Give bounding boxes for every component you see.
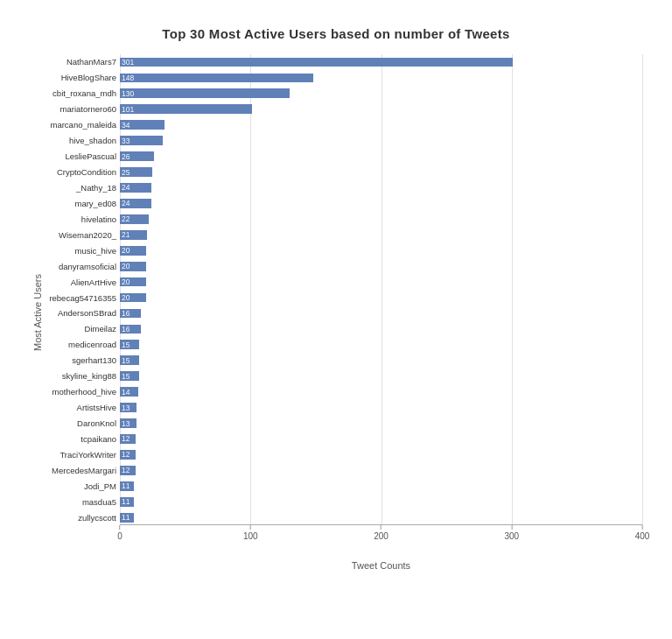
bar-fill: 20	[120, 262, 146, 271]
bar-row: tcpaikano12	[46, 432, 642, 447]
bar-row: medicenroad15	[46, 337, 642, 353]
bar-fill: 34	[120, 120, 164, 130]
bar-fill: 15	[120, 340, 139, 349]
bar-label: DaronKnol	[46, 418, 120, 428]
bar-label: danyramsoficial	[46, 262, 120, 271]
bar-row: sgerhart13015	[46, 353, 642, 369]
bar-label: medicenroad	[46, 340, 120, 349]
bar-label: hivelatino	[46, 214, 120, 224]
bar-track: 101	[120, 104, 642, 114]
bar-label: Jodi_PM	[46, 481, 120, 491]
bar-row: rebecag5471635520	[46, 290, 642, 305]
bar-value: 25	[120, 168, 130, 177]
bar-track: 26	[120, 151, 642, 161]
bar-value: 11	[120, 513, 130, 522]
bar-value: 22	[120, 214, 130, 223]
bar-label: Wiseman2020_	[46, 230, 120, 240]
x-tick-line	[642, 525, 643, 530]
bar-row: LesliePascual26	[46, 149, 642, 165]
x-tick-line	[120, 525, 121, 530]
bar-value: 20	[120, 277, 130, 286]
bar-row: mary_ed0824	[46, 195, 642, 211]
bar-row: MercedesMargari12	[46, 462, 642, 478]
bar-value: 20	[120, 246, 130, 255]
bar-label: motherhood_hive	[46, 387, 120, 397]
bar-row: DaronKnol13	[46, 416, 642, 432]
bar-label: music_hive	[46, 246, 120, 256]
bar-track: 15	[120, 355, 642, 365]
bar-track: 22	[120, 214, 642, 224]
bar-label: masdua5	[46, 497, 120, 507]
bar-row: motherhood_hive14	[46, 384, 642, 400]
bar-fill: 101	[120, 104, 252, 114]
bar-track: 20	[120, 262, 642, 271]
bar-row: CryptoCondition25	[46, 165, 642, 180]
bar-track: 12	[120, 450, 642, 460]
bar-track: 24	[120, 183, 642, 193]
bar-row: marcano_maleida34	[46, 117, 642, 133]
bar-row: ArtistsHive13	[46, 400, 642, 416]
bar-row: Jodi_PM11	[46, 478, 642, 494]
bar-value: 148	[120, 74, 134, 82]
bar-row: Wiseman2020_21	[46, 227, 642, 242]
bar-row: HiveBlogShare148	[46, 70, 642, 86]
bar-row: _Nathy_1824	[46, 180, 642, 196]
bar-fill: 148	[120, 74, 313, 83]
chart-inner: NathanMars7301HiveBlogShare148cbit_roxan…	[46, 54, 642, 571]
bar-fill: 12	[120, 466, 136, 475]
bar-track: 13	[120, 403, 642, 412]
bar-track: 21	[120, 230, 642, 240]
bar-fill: 20	[120, 246, 146, 256]
x-tick-label: 400	[635, 531, 650, 541]
bar-fill: 24	[120, 199, 151, 208]
x-tick: 300	[504, 525, 519, 541]
bar-row: skyline_king8815	[46, 369, 642, 384]
bar-value: 20	[120, 293, 130, 302]
chart-title: Top 30 Most Active Users based on number…	[30, 26, 642, 41]
bar-fill: 24	[120, 183, 151, 193]
bar-fill: 25	[120, 167, 152, 177]
grid-and-bars: NathanMars7301HiveBlogShare148cbit_roxan…	[46, 54, 642, 525]
bar-track: 20	[120, 246, 642, 256]
chart-area: Most Active Users NathanMars7301HiveBlog…	[30, 54, 642, 571]
bar-value: 11	[120, 497, 130, 506]
bar-track: 20	[120, 293, 642, 303]
bar-row: NathanMars7301	[46, 54, 642, 70]
bar-label: tcpaikano	[46, 434, 120, 444]
bar-value: 12	[120, 466, 130, 474]
bar-label: CryptoCondition	[46, 167, 120, 177]
bar-fill: 11	[120, 481, 134, 491]
bar-track: 16	[120, 309, 642, 319]
x-tick-line	[250, 525, 251, 530]
bar-label: Dimeilaz	[46, 324, 120, 334]
bar-label: MercedesMargari	[46, 466, 120, 475]
bar-value: 12	[120, 434, 130, 443]
bar-label: marcano_maleida	[46, 120, 120, 130]
bar-fill: 15	[120, 355, 139, 365]
bar-value: 12	[120, 450, 130, 459]
chart-container: Top 30 Most Active Users based on number…	[12, 9, 660, 630]
bar-label: hive_shadon	[46, 136, 120, 145]
bar-value: 130	[120, 89, 134, 98]
bar-label: LesliePascual	[46, 151, 120, 161]
bar-value: 24	[120, 199, 130, 207]
x-tick: 100	[243, 525, 258, 541]
bar-fill: 12	[120, 450, 136, 460]
bar-fill: 11	[120, 513, 134, 523]
bar-value: 24	[120, 183, 130, 192]
bar-label: mary_ed08	[46, 199, 120, 208]
bar-row: music_hive20	[46, 242, 642, 258]
bar-value: 15	[120, 372, 130, 381]
bar-track: 20	[120, 277, 642, 287]
bar-fill: 26	[120, 151, 154, 161]
bar-label: NathanMars7	[46, 57, 120, 67]
bar-track: 11	[120, 513, 642, 523]
bar-row: Dimeilaz16	[46, 321, 642, 337]
bar-row: zullycscott11	[46, 509, 642, 525]
bar-label: cbit_roxana_mdh	[46, 88, 120, 98]
bar-label: mariatornero60	[46, 104, 120, 114]
bar-row: cbit_roxana_mdh130	[46, 86, 642, 102]
bar-track: 15	[120, 371, 642, 381]
x-tick-label: 0	[117, 531, 122, 541]
bar-value: 301	[120, 58, 134, 67]
